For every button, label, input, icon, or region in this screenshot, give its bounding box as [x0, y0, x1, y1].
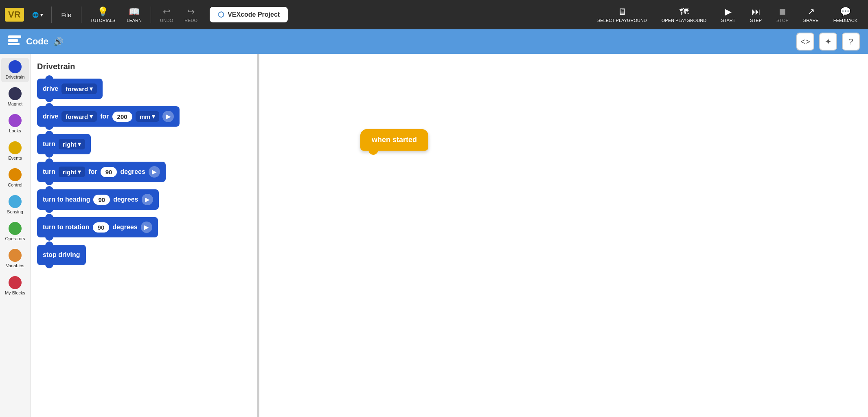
- sidebar-item-variables[interactable]: Variables: [1, 246, 29, 271]
- sidebar-item-control-label: Control: [8, 182, 22, 188]
- drive-forward-for-dropdown[interactable]: forward ▾: [61, 111, 97, 122]
- step-label: STEP: [750, 18, 762, 23]
- start-button[interactable]: ▶ START: [715, 5, 741, 24]
- block-turn-right[interactable]: turn right ▾: [37, 134, 91, 154]
- play-button-3[interactable]: ▶: [142, 194, 153, 205]
- vr-logo: VR: [5, 8, 24, 22]
- when-started-label: when started: [372, 136, 417, 144]
- file-menu[interactable]: File: [57, 10, 76, 20]
- block-drive-forward[interactable]: drive forward ▾: [37, 79, 103, 99]
- drive-label: drive: [43, 85, 58, 92]
- blocks-panel: Drivetrain drive forward ▾ drive forward…: [31, 54, 259, 417]
- drive-label-2: drive: [43, 113, 58, 120]
- redo-button[interactable]: ↪ REDO: [180, 5, 202, 24]
- canvas-divider: [259, 54, 259, 417]
- rotation-degrees-value[interactable]: 90: [93, 222, 110, 233]
- step-button[interactable]: ⏭ STEP: [744, 5, 767, 24]
- learn-button[interactable]: 📖 LEARN: [123, 5, 146, 24]
- share-button[interactable]: ↗ SHARE: [798, 5, 824, 24]
- block-row-stop-driving: stop driving: [37, 245, 251, 271]
- turn-label: turn: [43, 140, 55, 148]
- block-row-drive-forward-for: drive forward ▾ for 200 mm ▾ ▶: [37, 106, 251, 132]
- block-row-turn-right-for: turn right ▾ for 90 degrees ▶: [37, 162, 251, 188]
- heading-degrees-value[interactable]: 90: [93, 195, 110, 205]
- sidebar-item-operators-label: Operators: [5, 236, 25, 241]
- sunburst-button[interactable]: ✦: [819, 33, 837, 50]
- turn-right-for-dropdown[interactable]: right ▾: [59, 167, 85, 177]
- feedback-button[interactable]: 💬 FEEDBACK: [828, 5, 863, 24]
- heading-degrees-label: degrees: [113, 196, 138, 203]
- for-label: for: [100, 113, 109, 120]
- tutorials-icon: 💡: [97, 7, 108, 17]
- turn-right-value: right: [63, 141, 76, 148]
- turn-right-for-arrow: ▾: [78, 168, 81, 176]
- for-label-2: for: [88, 168, 97, 176]
- turn-degrees-value[interactable]: 90: [101, 167, 117, 177]
- globe-button[interactable]: 🌐 ▾: [29, 10, 46, 20]
- unit-value: mm: [140, 113, 151, 120]
- block-row-turn-to-heading: turn to heading 90 degrees ▶: [37, 189, 251, 215]
- divider-1: [51, 7, 52, 23]
- project-name-display[interactable]: ⬡ VEXcode Project: [210, 7, 288, 22]
- open-playground-label: OPEN PLAYGROUND: [662, 18, 706, 23]
- select-playground-label: SELECT PLAYGROUND: [597, 18, 647, 23]
- svg-rect-2: [8, 43, 20, 45]
- control-dot: [9, 168, 22, 181]
- stop-button[interactable]: ⏹ STOP: [771, 5, 794, 24]
- sidebar-item-events[interactable]: Events: [1, 139, 29, 163]
- tutorials-label: TUTORIALS: [90, 18, 116, 23]
- turn-right-arrow: ▾: [78, 140, 81, 148]
- sidebar-item-drivetrain[interactable]: Drivetrain: [1, 58, 29, 82]
- sidebar-item-operators[interactable]: Operators: [1, 219, 29, 244]
- globe-dropdown-arrow: ▾: [40, 12, 43, 18]
- block-stop-driving[interactable]: stop driving: [37, 245, 86, 265]
- drivetrain-dot: [9, 60, 22, 73]
- when-started-block[interactable]: when started: [360, 129, 428, 151]
- feedback-label: FEEDBACK: [833, 18, 857, 23]
- drive-forward-for-arrow: ▾: [90, 113, 93, 120]
- feedback-icon: 💬: [840, 7, 851, 17]
- select-playground-icon: 🖥: [618, 7, 627, 17]
- tutorials-button[interactable]: 💡 TUTORIALS: [86, 5, 120, 24]
- view-code-icon: <>: [800, 37, 810, 46]
- blocks-panel-title: Drivetrain: [37, 62, 251, 71]
- block-row-drive-forward: drive forward ▾: [37, 79, 251, 105]
- navbar: VR 🌐 ▾ File 💡 TUTORIALS 📖 LEARN ↩ UNDO ↪…: [0, 0, 868, 29]
- play-button-1[interactable]: ▶: [162, 111, 174, 122]
- play-button-4[interactable]: ▶: [141, 222, 152, 233]
- operators-dot: [9, 222, 22, 235]
- sidebar-item-control[interactable]: Control: [1, 166, 29, 190]
- sidebar-item-magnet-label: Magnet: [8, 101, 23, 107]
- start-icon: ▶: [725, 7, 732, 17]
- drive-forward-dropdown[interactable]: forward ▾: [61, 83, 97, 94]
- step-icon: ⏭: [752, 7, 761, 17]
- sound-icon[interactable]: 🔊: [53, 37, 64, 46]
- sidebar-item-variables-label: Variables: [6, 263, 24, 268]
- unit-dropdown[interactable]: mm ▾: [136, 111, 160, 122]
- play-button-2[interactable]: ▶: [149, 166, 160, 178]
- drive-forward-arrow: ▾: [90, 85, 93, 92]
- distance-value[interactable]: 200: [112, 112, 132, 122]
- sidebar-item-sensing[interactable]: Sensing: [1, 193, 29, 217]
- code-header-title: Code: [26, 36, 48, 47]
- undo-button[interactable]: ↩ UNDO: [156, 5, 177, 24]
- block-turn-to-heading[interactable]: turn to heading 90 degrees ▶: [37, 189, 159, 210]
- block-turn-to-rotation[interactable]: turn to rotation 90 degrees ▶: [37, 217, 158, 237]
- sidebar-item-my-blocks[interactable]: My Blocks: [1, 274, 29, 298]
- sidebar: Drivetrain Magnet Looks Events Control S…: [0, 54, 31, 417]
- open-playground-button[interactable]: 🗺 OPEN PLAYGROUND: [656, 5, 712, 24]
- select-playground-button[interactable]: 🖥 SELECT PLAYGROUND: [592, 5, 653, 24]
- sidebar-item-magnet[interactable]: Magnet: [1, 85, 29, 109]
- block-row-turn-right: turn right ▾: [37, 134, 251, 160]
- block-drive-forward-for[interactable]: drive forward ▾ for 200 mm ▾ ▶: [37, 106, 180, 127]
- sidebar-item-drivetrain-label: Drivetrain: [5, 75, 24, 80]
- turn-to-heading-label: turn to heading: [43, 196, 90, 203]
- turn-right-dropdown[interactable]: right ▾: [59, 139, 85, 149]
- block-turn-right-for[interactable]: turn right ▾ for 90 degrees ▶: [37, 162, 166, 182]
- undo-label: UNDO: [160, 18, 173, 23]
- svg-rect-0: [8, 35, 21, 38]
- help-button[interactable]: ?: [842, 33, 860, 50]
- sidebar-item-looks[interactable]: Looks: [1, 112, 29, 136]
- view-code-button[interactable]: <>: [796, 33, 814, 50]
- svg-rect-1: [8, 39, 18, 42]
